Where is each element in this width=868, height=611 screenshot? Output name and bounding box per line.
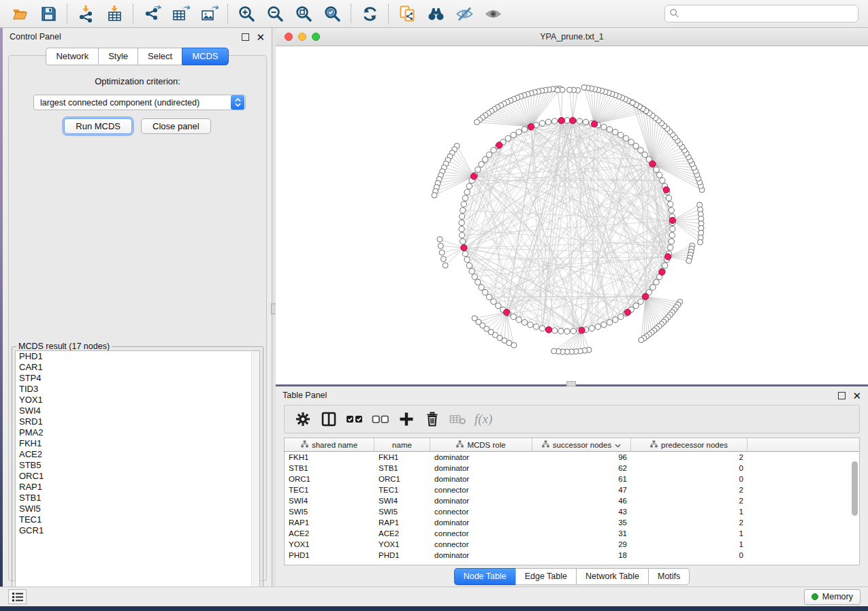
- table-row[interactable]: STB1STB1dominator620: [285, 463, 859, 474]
- table-row[interactable]: ORC1ORC1dominator610: [285, 474, 859, 484]
- refresh-icon[interactable]: [355, 2, 384, 25]
- mcds-result-item[interactable]: RAP1: [16, 482, 259, 493]
- tab-network[interactable]: Network: [46, 48, 98, 65]
- cell-MCDS-role: dominator: [430, 464, 532, 472]
- show-all-icon[interactable]: [479, 2, 507, 25]
- cell-predecessor-nodes: 0: [631, 551, 748, 559]
- delete-icon[interactable]: [421, 408, 444, 431]
- cell-successor-nodes: 29: [532, 540, 631, 548]
- column-header-shared-name[interactable]: shared name: [285, 438, 374, 451]
- cell-shared-name: SWI4: [285, 497, 374, 505]
- mcds-result-item[interactable]: PHD1: [16, 351, 259, 362]
- memory-button[interactable]: Memory: [804, 589, 861, 605]
- binoculars-icon[interactable]: [421, 2, 450, 25]
- column-header-predecessor-nodes[interactable]: predecessor nodes: [631, 438, 748, 451]
- mcds-result-list[interactable]: PHD1CAR1STP4TID3YOX1SWI4SRD1PMA2FKH1ACE2…: [15, 350, 260, 589]
- shared-column-icon: [301, 440, 308, 449]
- select-all-icon[interactable]: [343, 408, 366, 431]
- mcds-result-item[interactable]: STB5: [16, 460, 259, 471]
- mcds-result-item[interactable]: SWI4: [16, 406, 259, 416]
- mcds-result-item[interactable]: TID3: [16, 384, 259, 395]
- tab-style[interactable]: Style: [98, 48, 138, 65]
- cell-name: RAP1: [374, 518, 430, 527]
- table-scrollbar[interactable]: [851, 453, 858, 565]
- float-panel-icon[interactable]: [242, 33, 249, 41]
- mcds-result-item[interactable]: PMA2: [16, 427, 259, 438]
- cell-shared-name: ACE2: [285, 529, 374, 538]
- columns-icon[interactable]: [317, 408, 340, 431]
- zoom-selected-icon[interactable]: [318, 2, 347, 25]
- application-window: Control Panel ✕ NetworkStyleSelectMCDS O…: [0, 0, 868, 611]
- mcds-result-item[interactable]: STP4: [16, 373, 259, 384]
- dropdown-selected-value: largest connected component (undirected): [34, 98, 231, 108]
- table-row[interactable]: SWI5SWI5connector431: [285, 506, 859, 517]
- table-row[interactable]: YOX1YOX1connector291: [285, 539, 859, 550]
- memory-status-icon: [811, 593, 818, 600]
- function-icon: f(x): [472, 408, 496, 431]
- mcds-result-item[interactable]: CAR1: [16, 362, 259, 373]
- unselect-all-icon[interactable]: [369, 408, 392, 431]
- cell-MCDS-role: connector: [430, 529, 532, 538]
- table-scrollbar-thumb[interactable]: [852, 461, 858, 516]
- close-table-panel-icon[interactable]: ✕: [852, 392, 861, 399]
- close-panel-button[interactable]: Close panel: [141, 118, 211, 134]
- hide-selected-icon[interactable]: [450, 2, 479, 25]
- mcds-result-item[interactable]: TEC1: [16, 514, 259, 525]
- mcds-result-item[interactable]: GCR1: [16, 525, 259, 536]
- cell-predecessor-nodes: 2: [631, 497, 748, 505]
- table-row[interactable]: ACE2ACE2connector311: [285, 528, 859, 539]
- tab-select[interactable]: Select: [138, 48, 182, 65]
- cell-name: FKH1: [374, 453, 430, 461]
- optimization-criterion-dropdown[interactable]: largest connected component (undirected): [33, 95, 246, 110]
- task-history-button[interactable]: [8, 589, 27, 604]
- mcds-result-item[interactable]: YOX1: [16, 395, 259, 406]
- table-row[interactable]: RAP1RAP1dominator352: [285, 517, 859, 528]
- share-document-icon[interactable]: [393, 2, 421, 25]
- close-panel-icon[interactable]: ✕: [256, 33, 265, 41]
- cell-predecessor-nodes: 1: [631, 508, 748, 516]
- open-file-icon[interactable]: [5, 2, 34, 25]
- table-row[interactable]: SWI4SWI4dominator462: [285, 495, 859, 506]
- table-row[interactable]: TEC1TEC1connector472: [285, 484, 859, 495]
- network-canvas[interactable]: [276, 46, 868, 380]
- zoom-out-icon[interactable]: [261, 2, 289, 25]
- save-session-icon[interactable]: [34, 2, 63, 25]
- tab-mcds[interactable]: MCDS: [182, 48, 228, 65]
- cell-MCDS-role: dominator: [430, 475, 532, 483]
- search-input[interactable]: [664, 5, 858, 22]
- import-table-icon[interactable]: [100, 2, 129, 25]
- mcds-result-item[interactable]: STB1: [16, 493, 259, 503]
- export-network-icon[interactable]: [138, 2, 166, 25]
- mcds-result-item[interactable]: SRD1: [16, 416, 259, 427]
- mcds-result-item[interactable]: ORC1: [16, 471, 259, 482]
- mcds-list-scrollbar[interactable]: [251, 351, 259, 588]
- run-mcds-button[interactable]: Run MCDS: [64, 118, 132, 134]
- tab-node-table[interactable]: Node Table: [454, 568, 515, 585]
- table-panel-title: Table Panel: [283, 391, 327, 400]
- column-label: successor nodes: [553, 441, 611, 449]
- mcds-result-title: MCDS result (17 nodes): [16, 342, 112, 351]
- mcds-result-item[interactable]: SWI5: [16, 503, 259, 514]
- float-table-panel-icon[interactable]: [838, 392, 846, 399]
- export-image-icon[interactable]: [195, 2, 223, 25]
- import-network-icon[interactable]: [71, 2, 100, 25]
- column-header-successor-nodes[interactable]: successor nodes: [532, 438, 631, 451]
- tab-network-table[interactable]: Network Table: [576, 568, 648, 585]
- tab-motifs[interactable]: Motifs: [648, 568, 690, 585]
- zoom-in-icon[interactable]: [232, 2, 261, 25]
- cell-predecessor-nodes: 1: [631, 540, 748, 548]
- export-table-icon[interactable]: [166, 2, 195, 25]
- column-header-MCDS-role[interactable]: MCDS role: [430, 438, 532, 451]
- tab-edge-table[interactable]: Edge Table: [515, 568, 576, 585]
- column-header-name[interactable]: name: [374, 438, 430, 451]
- add-icon[interactable]: [395, 408, 418, 431]
- cell-shared-name: FKH1: [285, 453, 374, 461]
- zoom-fit-icon[interactable]: [289, 2, 318, 25]
- mcds-result-item[interactable]: ACE2: [16, 449, 259, 460]
- mcds-result-item[interactable]: FKH1: [16, 438, 259, 449]
- table-row[interactable]: PHD1PHD1dominator180: [285, 550, 859, 561]
- table-row[interactable]: FKH1FKH1dominator962: [285, 452, 859, 463]
- horizontal-splitter-grip[interactable]: [566, 381, 576, 386]
- network-window-titlebar: YPA_prune.txt_1: [276, 28, 868, 46]
- gear-icon[interactable]: [291, 408, 315, 431]
